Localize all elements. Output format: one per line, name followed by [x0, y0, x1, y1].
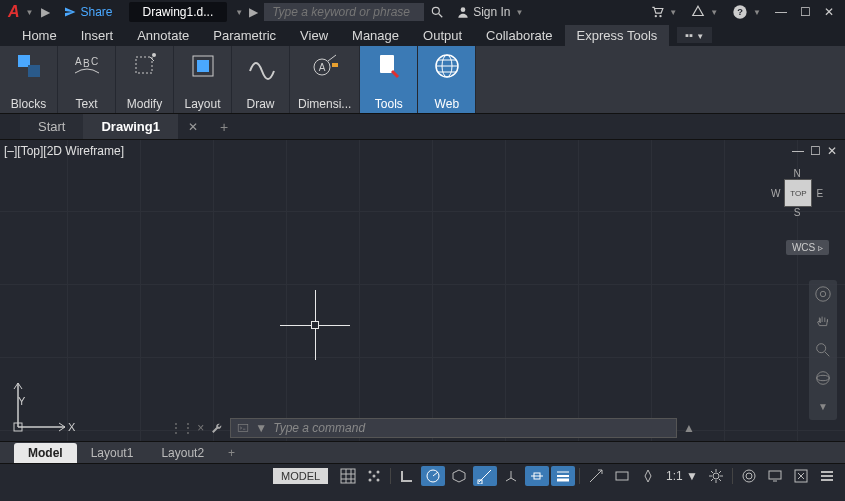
status-osnap-icon[interactable]	[473, 466, 497, 486]
menu-manage[interactable]: Manage	[340, 25, 411, 46]
ribbon-modify[interactable]: Modify	[116, 46, 174, 113]
command-history-icon[interactable]: ▲	[683, 421, 695, 435]
ucs-x-label: X	[68, 421, 75, 433]
viewport-minimize-icon[interactable]: —	[792, 144, 804, 158]
viewport-label[interactable]: [–][Top][2D Wireframe]	[4, 144, 124, 158]
document-dropdown-icon[interactable]: ▼	[235, 8, 243, 17]
menu-insert[interactable]: Insert	[69, 25, 126, 46]
viewport-close-icon[interactable]: ✕	[827, 144, 837, 158]
menu-collaborate[interactable]: Collaborate	[474, 25, 565, 46]
command-input[interactable]: ▼ Type a command	[230, 418, 677, 438]
status-polar-icon[interactable]	[421, 466, 445, 486]
svg-text:C: C	[91, 56, 98, 67]
svg-line-1	[439, 14, 443, 18]
menu-featured-apps[interactable]: ▪▪ ▼	[677, 27, 712, 43]
status-cleanscreen-icon[interactable]	[789, 466, 813, 486]
search-icon[interactable]	[424, 5, 450, 19]
cart-icon[interactable]: ▼	[644, 5, 685, 19]
status-osnap2-icon[interactable]	[525, 466, 549, 486]
svg-point-28	[817, 344, 826, 353]
status-tpy-icon[interactable]	[584, 466, 608, 486]
viewcube[interactable]: N W TOP E S	[769, 168, 825, 218]
ribbon-text[interactable]: ABC Text	[58, 46, 116, 113]
svg-rect-35	[239, 424, 249, 431]
svg-rect-15	[197, 60, 209, 72]
search-expand-icon[interactable]: ▶	[243, 5, 264, 19]
status-customize-icon[interactable]	[815, 466, 839, 486]
layout-tab-layout1[interactable]: Layout1	[77, 443, 148, 463]
status-qp-icon[interactable]	[610, 466, 634, 486]
nav-expand-icon[interactable]: ▼	[813, 396, 833, 416]
minimize-button[interactable]: —	[773, 5, 789, 19]
signin-button[interactable]: Sign In ▼	[450, 5, 531, 19]
qat-redo-icon[interactable]: ▶	[35, 5, 56, 19]
status-grid-icon[interactable]	[336, 466, 360, 486]
ribbon-web[interactable]: Web	[418, 46, 476, 113]
ucs-icon: Y X	[10, 375, 80, 435]
nav-orbit-icon[interactable]	[813, 368, 833, 388]
status-ws-icon[interactable]	[737, 466, 761, 486]
status-isodraft-icon[interactable]	[447, 466, 471, 486]
svg-point-0	[432, 7, 439, 14]
ribbon-dimension[interactable]: A Dimensi...	[290, 46, 360, 113]
layout-tab-add-icon[interactable]: +	[218, 446, 245, 460]
status-lineweight-icon[interactable]	[551, 466, 575, 486]
menu-annotate[interactable]: Annotate	[125, 25, 201, 46]
svg-point-26	[816, 287, 830, 301]
viewcube-north[interactable]: N	[769, 168, 825, 179]
viewcube-west[interactable]: W	[771, 188, 780, 199]
svg-rect-19	[332, 63, 338, 67]
command-customize-icon[interactable]	[210, 421, 224, 435]
menu-output[interactable]: Output	[411, 25, 474, 46]
ribbon-draw[interactable]: Draw	[232, 46, 290, 113]
svg-point-44	[369, 478, 372, 481]
command-drag-handle-icon[interactable]: ⋮⋮ ×	[170, 421, 204, 435]
tab-close-icon[interactable]: ✕	[178, 120, 208, 134]
ribbon-blocks[interactable]: Blocks	[0, 46, 58, 113]
layout-tab-layout2[interactable]: Layout2	[147, 443, 218, 463]
status-annoscale-icon[interactable]	[636, 466, 660, 486]
tools-icon	[373, 50, 405, 82]
viewport-maximize-icon[interactable]: ☐	[810, 144, 821, 158]
tab-add-icon[interactable]: +	[208, 119, 240, 135]
nav-fullnav-icon[interactable]	[813, 284, 833, 304]
nav-pan-icon[interactable]	[813, 312, 833, 332]
layout-tab-model[interactable]: Model	[14, 443, 77, 463]
menu-view[interactable]: View	[288, 25, 340, 46]
svg-rect-20	[380, 55, 394, 73]
status-3dosnap-icon[interactable]	[499, 466, 523, 486]
nav-zoom-icon[interactable]	[813, 340, 833, 360]
document-title[interactable]: Drawing1.d...	[129, 2, 228, 22]
status-ortho-icon[interactable]	[395, 466, 419, 486]
search-input[interactable]	[264, 3, 424, 21]
help-icon[interactable]: ? ▼	[726, 4, 769, 20]
status-gear-icon[interactable]	[704, 466, 728, 486]
drawing-area[interactable]: [–][Top][2D Wireframe] — ☐ ✕ N W TOP E S…	[0, 140, 845, 441]
svg-point-46	[373, 474, 376, 477]
app-logo[interactable]: A	[4, 3, 24, 21]
menu-parametric[interactable]: Parametric	[201, 25, 288, 46]
viewcube-east[interactable]: E	[816, 188, 823, 199]
svg-line-18	[328, 55, 336, 61]
svg-text:B: B	[83, 58, 90, 69]
viewcube-south[interactable]: S	[769, 207, 825, 218]
status-scale[interactable]: 1:1 ▼	[662, 469, 702, 483]
share-button[interactable]: Share	[56, 5, 120, 19]
ribbon-tools[interactable]: Tools	[360, 46, 418, 113]
svg-rect-60	[769, 471, 781, 479]
tab-drawing1[interactable]: Drawing1	[83, 114, 178, 139]
menu-express-tools[interactable]: Express Tools	[565, 25, 670, 46]
ribbon-layout[interactable]: Layout	[174, 46, 232, 113]
status-monitor-icon[interactable]	[763, 466, 787, 486]
viewcube-top[interactable]: TOP	[784, 179, 812, 207]
wcs-label[interactable]: WCS ▹	[786, 240, 829, 255]
autodesk-app-icon[interactable]: ▼	[685, 5, 726, 19]
app-menu-dropdown-icon[interactable]: ▼	[24, 8, 36, 17]
status-model-button[interactable]: MODEL	[273, 468, 328, 484]
svg-point-58	[746, 473, 752, 479]
tab-start[interactable]: Start	[20, 114, 83, 139]
close-button[interactable]: ✕	[821, 5, 837, 19]
menu-home[interactable]: Home	[10, 25, 69, 46]
maximize-button[interactable]: ☐	[797, 5, 813, 19]
status-snap-icon[interactable]	[362, 466, 386, 486]
